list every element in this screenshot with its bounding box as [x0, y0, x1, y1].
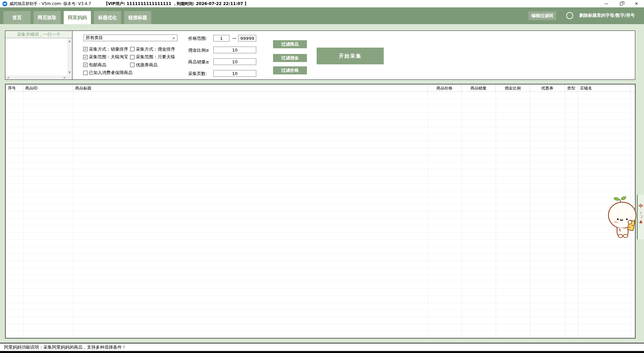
svg-text:ω: ω — [620, 218, 623, 222]
mascot-illustration: ω — [607, 196, 641, 239]
product-sales-label: 商品销量≥ — [188, 59, 209, 65]
checkbox-label: 采集方式：佣金排序 — [136, 46, 175, 52]
checkbox-包邮商品[interactable]: ✓包邮商品 — [83, 61, 132, 69]
table-gridline — [428, 92, 428, 338]
vip-info: 【VIP用户: 1111111111111111 ，到期时间: 2026-07-… — [104, 1, 249, 7]
tab-标题优化[interactable]: 标题优化 — [94, 11, 121, 24]
minimize-button[interactable]: — — [599, 0, 614, 7]
edit-filter-words-button[interactable]: 编辑过滤词 — [528, 11, 556, 20]
checkbox-label: 采集方式：销量排序 — [89, 46, 128, 52]
restore-icon — [620, 2, 623, 5]
tab-首页[interactable]: 首页 — [3, 11, 31, 24]
table-body[interactable] — [6, 92, 635, 338]
scroll-up-icon[interactable]: ▲ — [68, 40, 71, 43]
column-header-优惠券[interactable]: 优惠券 — [530, 84, 565, 92]
checkbox-label: 已加入消费者保障商品 — [89, 70, 132, 76]
desktop-pet-mascot[interactable]: ω — [607, 196, 641, 239]
price-max-input[interactable] — [238, 35, 256, 42]
checked-checkbox-icon[interactable]: ✓ — [83, 63, 88, 67]
table-header-row: 序号商品ID商品标题商品价格商品销量佣金比例优惠券类型店铺名 — [6, 84, 635, 92]
title-bar: 威武猫店群助手 - V5m.com- 版本号: V3.4.7 【VIP用户: 1… — [0, 0, 644, 7]
category-select-value: 所有类目 — [86, 35, 103, 41]
checkbox-优惠券商品[interactable]: 优惠券商品 — [130, 61, 175, 69]
collect-pages-input[interactable] — [213, 70, 256, 77]
price-range-separator: — — [232, 36, 236, 41]
category-select[interactable]: 所有类目 ∨ — [84, 35, 177, 41]
side-window-glyph: ♣ — [639, 220, 643, 225]
table-gridline — [496, 92, 496, 338]
checkbox-采集范围：天猫淘宝[interactable]: ✓采集范围：天猫淘宝 — [83, 53, 132, 61]
scroll-right-icon[interactable]: ► — [64, 76, 66, 79]
side-window-glyph: ， — [639, 209, 643, 214]
restore-button[interactable] — [614, 0, 629, 7]
overlapping-side-window[interactable]: 中，☽♣ — [637, 195, 644, 239]
unchecked-checkbox-icon[interactable] — [130, 63, 135, 67]
start-collect-button[interactable]: 开始采集 — [317, 48, 384, 64]
unchecked-checkbox-icon[interactable] — [130, 55, 135, 59]
app-icon — [2, 1, 7, 6]
delete-title-chars-label: 删除标题里的字母/数字/符号 — [579, 12, 635, 18]
checkbox-label: 包邮商品 — [89, 62, 106, 68]
scroll-left-icon[interactable]: ◄ — [7, 76, 9, 79]
tab-list: 首页网页抓取阿里妈妈标题优化链接标题 — [3, 11, 151, 24]
price-min-input[interactable] — [213, 35, 229, 42]
checkbox-label: 采集范围：只要天猫 — [136, 54, 175, 60]
table-gridline — [565, 92, 565, 338]
checkbox-采集方式：佣金排序[interactable]: 采集方式：佣金排序 — [130, 45, 175, 53]
column-header-商品价格[interactable]: 商品价格 — [428, 84, 462, 92]
status-bar: 阿里妈妈功能说明：采集阿里妈妈的商品，支持多种选择条件！ — [0, 344, 644, 351]
filter-button-过滤价格[interactable]: 过滤价格 — [273, 66, 307, 74]
column-header-spacer[interactable] — [631, 84, 636, 92]
table-gridline — [462, 92, 462, 338]
checkbox-采集范围：只要天猫[interactable]: 采集范围：只要天猫 — [130, 53, 175, 61]
checkbox-已加入消费者保障商品[interactable]: 已加入消费者保障商品 — [83, 69, 132, 77]
product-sales-input[interactable] — [213, 58, 256, 65]
chevron-down-icon: ∨ — [172, 36, 175, 40]
filter-button-过滤商品[interactable]: 过滤商品 — [273, 40, 307, 48]
keyword-textarea[interactable]: ▲ ▼ ◄ ► — [5, 38, 72, 79]
commission-ratio-input[interactable] — [213, 47, 256, 53]
checkbox-label: 采集范围：天猫淘宝 — [89, 54, 128, 60]
column-header-商品销量[interactable]: 商品销量 — [462, 84, 496, 92]
price-range-label: 价格范围: — [188, 36, 207, 42]
tab-网页抓取[interactable]: 网页抓取 — [34, 11, 61, 24]
results-table: 序号商品ID商品标题商品价格商品销量佣金比例优惠券类型店铺名 — [5, 84, 636, 339]
unchecked-checkbox-icon[interactable] — [83, 71, 88, 75]
content-area: 采集关键词，一行一个 ▲ ▼ ◄ ► 所有类目 ∨ ✓采集方式 — [0, 24, 644, 343]
column-header-佣金比例[interactable]: 佣金比例 — [496, 84, 530, 92]
commission-ratio-label: 佣金比例≥ — [188, 47, 209, 53]
app-window: 威武猫店群助手 - V5m.com- 版本号: V3.4.7 【VIP用户: 1… — [0, 0, 644, 353]
side-window-glyph: ☽ — [639, 214, 643, 220]
status-text: 阿里妈妈功能说明：采集阿里妈妈的商品，支持多种选择条件！ — [4, 344, 126, 350]
table-gridline — [578, 92, 578, 338]
checkbox-采集方式：销量排序[interactable]: ✓采集方式：销量排序 — [83, 45, 132, 53]
window-title: 威武猫店群助手 - V5m.com- 版本号: V3.4.7 — [9, 1, 91, 7]
checkbox-label: 优惠券商品 — [136, 62, 158, 68]
collection-settings-panel: 采集关键词，一行一个 ▲ ▼ ◄ ► 所有类目 ∨ ✓采集方式 — [5, 31, 635, 80]
tab-阿里妈妈[interactable]: 阿里妈妈 — [64, 11, 91, 24]
tab-链接标题[interactable]: 链接标题 — [124, 11, 151, 24]
checked-checkbox-icon[interactable]: ✓ — [83, 47, 88, 51]
scroll-down-icon[interactable]: ▼ — [68, 71, 71, 74]
taskbar-edge — [0, 351, 644, 353]
column-header-类型[interactable]: 类型 — [565, 84, 578, 92]
window-controls: — ✕ — [599, 0, 644, 7]
keyword-horizontal-scrollbar[interactable]: ◄ ► — [5, 75, 72, 79]
filter-button-过滤佣金[interactable]: 过滤佣金 — [273, 54, 307, 62]
table-gridline — [23, 92, 23, 338]
table-gridline — [73, 92, 73, 338]
checkbox-column-1: ✓采集方式：销量排序✓采集范围：天猫淘宝✓包邮商品已加入消费者保障商品 — [83, 45, 132, 77]
tab-bar: 首页网页抓取阿里妈妈标题优化链接标题 编辑过滤词 删除标题里的字母/数字/符号 — [0, 7, 644, 24]
delete-title-chars-radio[interactable] — [566, 12, 573, 19]
side-window-glyph: 中 — [639, 203, 643, 209]
column-header-商品ID[interactable]: 商品ID — [23, 84, 73, 92]
column-header-店铺名[interactable]: 店铺名 — [578, 84, 631, 92]
checked-checkbox-icon[interactable]: ✓ — [83, 55, 88, 59]
close-button[interactable]: ✕ — [629, 0, 644, 7]
checkbox-column-2: 采集方式：佣金排序采集范围：只要天猫优惠券商品 — [130, 45, 175, 69]
keyword-vertical-scrollbar[interactable]: ▲ ▼ — [67, 38, 72, 75]
column-header-序号[interactable]: 序号 — [6, 84, 23, 92]
column-header-商品标题[interactable]: 商品标题 — [73, 84, 428, 92]
unchecked-checkbox-icon[interactable] — [130, 47, 135, 51]
keyword-panel-header: 采集关键词，一行一个 — [5, 31, 72, 38]
